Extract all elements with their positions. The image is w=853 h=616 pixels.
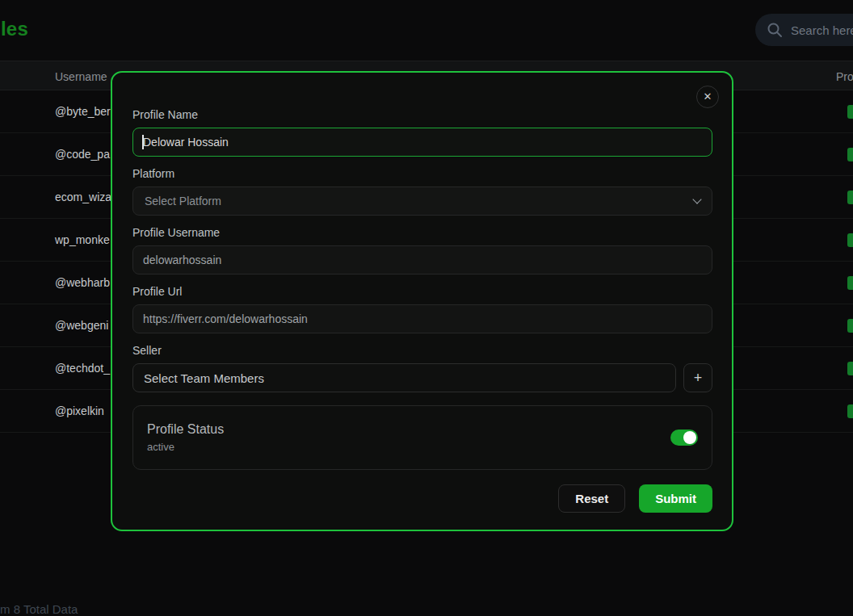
toggle-knob (683, 431, 696, 444)
profile-url-input[interactable] (132, 304, 712, 333)
profile-badge[interactable] (847, 276, 853, 290)
profile-url-label: Profile Url (132, 285, 712, 298)
search-input[interactable] (791, 23, 853, 37)
profile-status-value: active (147, 441, 224, 453)
close-icon[interactable]: ✕ (696, 86, 719, 108)
profile-badge[interactable] (847, 105, 853, 119)
seller-group: Seller Select Team Members + (132, 344, 712, 392)
username-cell: @pixelkin (55, 404, 104, 417)
profile-badge[interactable] (847, 404, 853, 418)
page-title: les (1, 18, 28, 40)
profile-name-label: Profile Name (132, 108, 712, 121)
profile-badge[interactable] (847, 191, 853, 204)
column-header-profile: Pro (836, 61, 853, 91)
reset-button[interactable]: Reset (558, 484, 625, 513)
chevron-down-icon (692, 195, 701, 203)
username-cell: ecom_wiza (55, 191, 111, 203)
platform-select-placeholder: Select Platform (145, 195, 221, 207)
seller-label: Seller (132, 344, 712, 357)
username-cell: @techdot_ (55, 362, 110, 375)
seller-select[interactable]: Select Team Members (132, 363, 676, 392)
profile-form-modal: ✕ Profile Name Platform Select Platform … (111, 71, 733, 531)
total-data-label: m 8 Total Data (0, 602, 78, 616)
profile-badge[interactable] (847, 362, 853, 375)
username-cell: @byte_ber (55, 105, 111, 118)
search-icon (767, 22, 783, 38)
text-caret (142, 135, 144, 149)
username-cell: @code_pa (55, 148, 110, 161)
profile-name-group: Profile Name (132, 108, 712, 157)
seller-select-placeholder: Select Team Members (144, 371, 264, 385)
profile-username-input[interactable] (132, 245, 712, 274)
profile-badge[interactable] (847, 233, 853, 247)
profile-url-group: Profile Url (132, 285, 712, 333)
profile-name-input[interactable] (132, 128, 712, 157)
profile-status-toggle[interactable] (670, 430, 698, 446)
profile-username-group: Profile Username (132, 226, 712, 274)
username-cell: @webharb (55, 276, 110, 289)
platform-select[interactable]: Select Platform (132, 186, 712, 216)
platform-label: Platform (132, 167, 712, 180)
username-cell: @webgeni (55, 319, 108, 332)
profile-username-label: Profile Username (132, 226, 712, 239)
submit-button[interactable]: Submit (639, 484, 712, 513)
column-header-username: Username (55, 61, 107, 91)
profile-badge[interactable] (847, 319, 853, 333)
search-bar[interactable] (755, 14, 853, 46)
profile-badge[interactable] (847, 148, 853, 161)
add-seller-button[interactable]: + (683, 363, 712, 392)
platform-group: Platform Select Platform (132, 167, 712, 216)
profile-status-title: Profile Status (147, 422, 224, 437)
username-cell: wp_monke (55, 233, 110, 246)
profile-status-card: Profile Status active (132, 405, 712, 470)
